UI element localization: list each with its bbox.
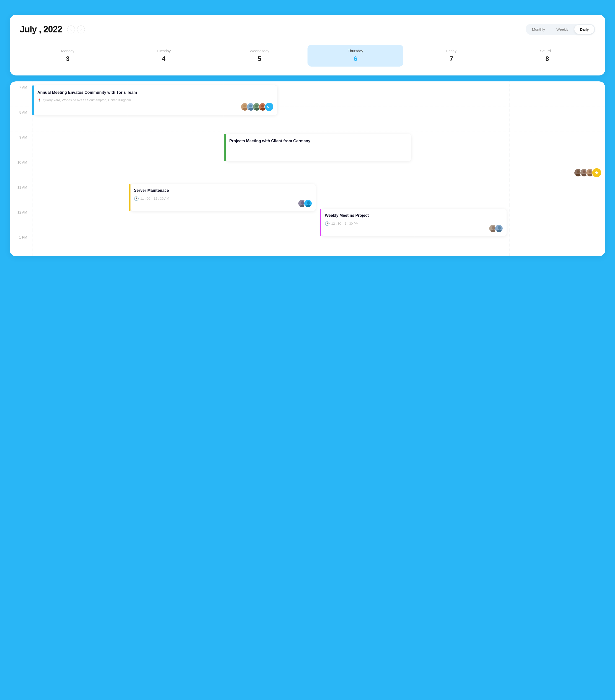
svg-point-5	[254, 108, 259, 111]
weekly-meeting-time: 🕐 12 : 30 – 1 : 30 PM	[325, 221, 503, 226]
cell-1pm-6	[510, 232, 605, 256]
day-saturday[interactable]: Saturd… 8	[500, 45, 595, 66]
day-friday[interactable]: Friday 7	[403, 45, 499, 66]
svg-point-2	[249, 104, 252, 108]
days-row: Monday 3 Tuesday 4 Wednesday 5 Thursday …	[20, 45, 595, 66]
weekly-meeting-avatars	[489, 224, 503, 233]
svg-point-3	[248, 108, 253, 111]
calendar-body-card: 7 AM Annual Meeting Envatos Community wi…	[10, 82, 605, 256]
day-monday[interactable]: Monday 3	[20, 45, 115, 66]
server-time-text: 11 : 00 – 12 : 30 AM	[140, 197, 169, 200]
day-name-tuesday: Tuesday	[157, 49, 171, 53]
svg-point-7	[260, 108, 265, 111]
day-name-saturday: Saturd…	[540, 49, 555, 53]
weekly-meeting-title: Weekly Meetins Project	[325, 213, 503, 218]
cell-1pm-1	[33, 232, 128, 256]
location-text: Quarry Yard, Woodside Ave St Southampton…	[43, 98, 131, 102]
time-label-10am: 10 AM	[10, 157, 32, 164]
time-cells-1pm	[32, 232, 605, 256]
cell-10am-2	[128, 157, 224, 181]
prev-month-button[interactable]: ‹	[67, 25, 75, 34]
cell-11am-4	[319, 182, 415, 206]
svg-point-21	[497, 230, 502, 233]
svg-point-1	[242, 108, 247, 111]
day-num-tuesday: 4	[162, 55, 165, 63]
clock-icon-2: 🕐	[325, 221, 330, 226]
svg-point-10	[582, 170, 586, 173]
time-cells-12am	[32, 207, 605, 231]
daily-view-button[interactable]: Daily	[574, 25, 594, 34]
cell-9am-6	[510, 132, 605, 156]
day-name-wednesday: Wednesday	[250, 49, 269, 53]
svg-point-20	[497, 226, 501, 229]
day-num-monday: 3	[66, 55, 69, 63]
wm-avatar-2	[495, 224, 503, 233]
cell-7am-5	[414, 82, 510, 106]
time-label-1pm: 1 PM	[10, 232, 32, 239]
svg-point-12	[589, 170, 591, 173]
next-month-button[interactable]: ›	[77, 25, 85, 34]
cell-9am-2	[128, 132, 224, 156]
star-badge: ★	[592, 168, 602, 178]
time-label-9am: 9 AM	[10, 132, 32, 139]
cell-12am-1	[33, 207, 128, 231]
weekly-time-text: 12 : 30 – 1 : 30 PM	[331, 222, 358, 225]
day-num-thursday: 6	[354, 55, 357, 63]
svg-point-6	[261, 104, 264, 108]
cell-8am-6	[510, 107, 605, 131]
header-top: July , 2022 ‹ › Monthly Weekly Daily	[20, 24, 595, 35]
avatar-count: 5+	[265, 102, 274, 112]
cell-11am-1	[33, 182, 128, 206]
day-name-friday: Friday	[446, 49, 457, 53]
day-tuesday[interactable]: Tuesday 4	[115, 45, 211, 66]
svg-point-9	[576, 174, 580, 177]
time-grid-wrapper: 7 AM Annual Meeting Envatos Community wi…	[10, 82, 605, 256]
day-thursday[interactable]: Thursday 6	[308, 45, 403, 66]
server-maintenance-avatars	[298, 199, 312, 208]
cell-1pm-3	[223, 232, 319, 256]
weekly-view-button[interactable]: Weekly	[551, 25, 574, 34]
time-label-7am: 7 AM	[10, 82, 32, 89]
time-label-8am: 8 AM	[10, 107, 32, 114]
cell-12am-6	[510, 207, 605, 231]
server-maintenance-title: Server Maintenace	[134, 188, 312, 193]
annual-meeting-event[interactable]: Annual Meeting Envatos Community with To…	[32, 85, 277, 115]
annual-meeting-title: Annual Meeting Envatos Community with To…	[37, 90, 273, 95]
svg-point-17	[306, 205, 311, 208]
projects-meeting-event[interactable]: Projects Meeting with Client from German…	[224, 134, 411, 161]
sm-avatar-2	[304, 199, 312, 208]
time-row-7am: 7 AM Annual Meeting Envatos Community wi…	[10, 82, 605, 107]
cell-11am-6	[510, 182, 605, 206]
clock-icon: 🕐	[134, 196, 139, 201]
location-icon: 📍	[37, 99, 41, 102]
day-name-thursday: Thursday	[348, 49, 363, 53]
cell-7am-6	[510, 82, 605, 106]
day-name-monday: Monday	[61, 49, 74, 53]
month-title: July , 2022	[20, 24, 62, 35]
weekly-meeting-event[interactable]: Weekly Meetins Project 🕐 12 : 30 – 1 : 3…	[320, 209, 506, 236]
server-maintenance-event[interactable]: Server Maintenace 🕐 11 : 00 – 12 : 30 AM	[129, 184, 316, 211]
cell-9am-1	[33, 132, 128, 156]
svg-point-0	[243, 104, 246, 108]
cell-9am-5	[414, 132, 510, 156]
time-label-12am: 12 AM	[10, 207, 32, 214]
svg-point-4	[255, 104, 258, 108]
time-label-11am: 11 AM	[10, 182, 32, 189]
cell-1pm-2	[128, 232, 224, 256]
header-left: July , 2022 ‹ ›	[20, 24, 85, 35]
time-row-1pm: 1 PM	[10, 232, 605, 256]
day-num-friday: 7	[450, 55, 453, 63]
projects-meeting-avatars: ★	[574, 168, 602, 178]
annual-meeting-avatars: 5+	[241, 102, 274, 112]
cell-11am-5	[414, 182, 510, 206]
time-row-9am: 9 AM Projects Meeting with Client from G…	[10, 132, 605, 157]
annual-meeting-location: 📍 Quarry Yard, Woodside Ave St Southampt…	[37, 98, 273, 102]
svg-point-8	[577, 170, 580, 173]
monthly-view-button[interactable]: Monthly	[527, 25, 551, 34]
day-wednesday[interactable]: Wednesday 5	[212, 45, 308, 66]
calendar-header-card: July , 2022 ‹ › Monthly Weekly Daily Mon…	[10, 15, 605, 75]
cell-8am-4	[319, 107, 415, 131]
cell-10am-1	[33, 157, 128, 181]
projects-meeting-title: Projects Meeting with Client from German…	[229, 138, 407, 144]
view-toggle: Monthly Weekly Daily	[526, 24, 595, 35]
